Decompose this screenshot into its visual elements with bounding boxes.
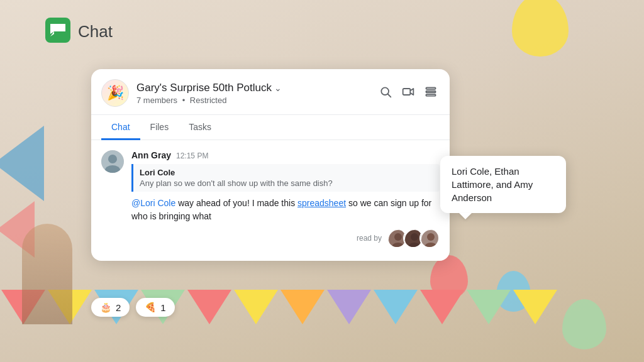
chevron-down-icon: ⌄ <box>274 83 282 93</box>
video-call-icon[interactable] <box>402 85 414 101</box>
app-header: Chat <box>45 18 113 45</box>
quoted-text: Any plan so we don't all show up with th… <box>140 178 433 188</box>
chat-logo <box>45 18 70 45</box>
read-by-label: read by <box>357 234 382 243</box>
tooltip-text: Lori Cole, Ethan Lattimore, and Amy Ande… <box>452 166 533 203</box>
group-avatar-emoji: 🎉 <box>107 85 124 101</box>
chat-body: Ann Gray 12:15 PM Lori Cole Any plan so … <box>91 140 450 261</box>
sender-avatar <box>101 150 124 173</box>
read-avatars <box>387 228 440 248</box>
more-options-icon[interactable] <box>425 85 437 101</box>
svg-point-11 <box>394 233 402 241</box>
svg-point-8 <box>108 155 117 163</box>
svg-rect-4 <box>426 87 436 89</box>
cake-emoji: 🎂 <box>100 302 112 313</box>
quoted-message: Lori Cole Any plan so we don't all show … <box>131 164 440 192</box>
spreadsheet-link[interactable]: spreadsheet <box>297 198 346 208</box>
tabs: Chat Files Tasks <box>91 115 450 140</box>
svg-point-19 <box>427 233 435 241</box>
message-time: 12:15 PM <box>176 151 208 160</box>
reaction-pizza[interactable]: 🍕 1 <box>136 298 174 317</box>
group-info: 🎉 Gary's Surprise 50th Potluck ⌄ 7 membe… <box>101 79 282 107</box>
svg-point-15 <box>411 233 418 241</box>
chat-card: 🎉 Gary's Surprise 50th Potluck ⌄ 7 membe… <box>91 69 450 261</box>
sender-name: Ann Gray <box>131 150 171 160</box>
reaction-cake[interactable]: 🎂 2 <box>91 298 130 317</box>
balloon-yellow <box>512 0 569 57</box>
quoted-sender: Lori Cole <box>140 168 433 177</box>
pizza-emoji: 🍕 <box>145 302 157 313</box>
search-icon[interactable] <box>379 85 392 101</box>
group-text: Gary's Surprise 50th Potluck ⌄ 7 members… <box>136 82 282 105</box>
app-title: Chat <box>78 22 113 41</box>
tab-chat[interactable]: Chat <box>101 116 140 140</box>
separator: • <box>182 96 186 105</box>
group-avatar: 🎉 <box>101 79 129 107</box>
svg-rect-3 <box>403 89 411 95</box>
group-name[interactable]: Gary's Surprise 50th Potluck ⌄ <box>136 82 282 94</box>
group-meta: 7 members • Restricted <box>136 96 282 105</box>
status-badge: Restricted <box>190 96 227 105</box>
read-avatar-3 <box>419 228 440 248</box>
person-bg <box>22 224 72 324</box>
cake-count: 2 <box>116 302 121 313</box>
read-by-section: read by <box>131 228 440 248</box>
svg-rect-5 <box>426 90 436 92</box>
svg-rect-6 <box>426 94 436 96</box>
card-header: 🎉 Gary's Surprise 50th Potluck ⌄ 7 membe… <box>91 69 450 115</box>
members-count: 7 members <box>136 96 177 105</box>
pizza-count: 1 <box>160 302 165 313</box>
message-content: Ann Gray 12:15 PM Lori Cole Any plan so … <box>131 150 440 248</box>
tab-files[interactable]: Files <box>140 116 179 140</box>
svg-line-2 <box>388 94 391 97</box>
tooltip-bubble: Lori Cole, Ethan Lattimore, and Amy Ande… <box>440 156 566 213</box>
message-meta: Ann Gray 12:15 PM <box>131 150 440 160</box>
message-part-1: way ahead of you! I made this <box>178 198 297 208</box>
message-row: Ann Gray 12:15 PM Lori Cole Any plan so … <box>101 150 440 248</box>
message-text: @Lori Cole way ahead of you! I made this… <box>131 197 440 223</box>
deco-triangle-left <box>0 126 44 201</box>
reactions: 🎂 2 🍕 1 <box>91 298 175 317</box>
header-actions <box>379 85 437 101</box>
tab-tasks[interactable]: Tasks <box>179 116 221 140</box>
mention-lori: @Lori Cole <box>131 198 175 208</box>
